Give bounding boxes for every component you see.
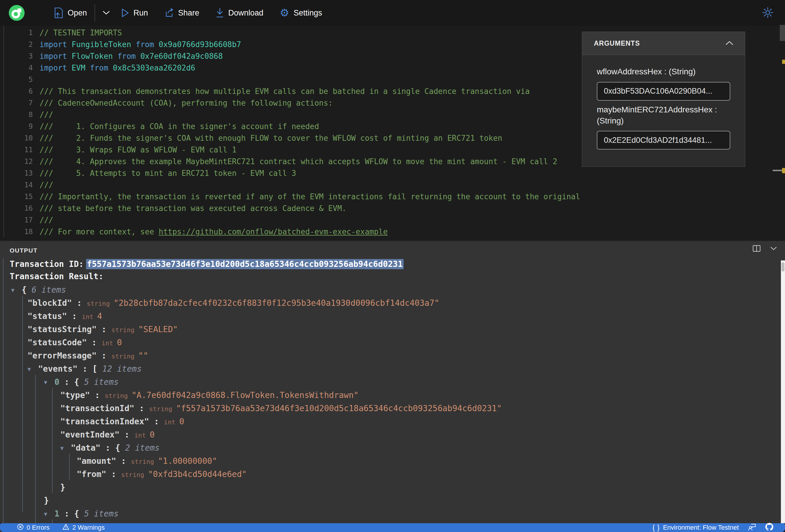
json-punctuation: : [67,311,82,321]
code-line: /// Importantly, the transaction is reve… [40,191,580,203]
code-token: 0x9a0766d93b6608b7 [159,40,241,49]
editor-scrollbar-thumb[interactable] [780,25,785,41]
environment-label: Environment: Flow Testnet [663,524,739,531]
code-line: /// [40,109,580,121]
json-punctuation: : { [59,377,84,387]
split-columns-icon [753,248,760,253]
json-type-label: string [111,353,138,360]
line-number: 11 [0,144,33,156]
code-token[interactable]: https://github.com/onflow/batched-evm-ex… [159,227,388,236]
warnings-count-label: 2 Warnings [72,524,104,531]
errors-count-label: 0 Errors [27,524,49,531]
json-key: "transactionIndex" [60,417,149,426]
arguments-header: ARGUMENTS [582,32,745,55]
flow-logo[interactable] [9,5,25,21]
json-type-label: string [86,300,113,307]
argument-label: maybeMintERC721AddressHex : (String) [597,104,730,126]
line-number: 2 [0,39,33,50]
line-number: 1 [0,27,33,39]
line-number: 14 [0,179,33,191]
json-tree-row: "status" : int 4 [0,310,779,323]
json-punctuation: : [97,351,111,360]
download-button[interactable]: Download [216,8,263,18]
json-tree-row: "type" : string "A.7e60df042a9c0868.Flow… [0,388,779,402]
download-icon [216,8,224,18]
feedback-button[interactable] [748,523,756,532]
output-panel: OUTPUT Transaction ID:f557a1573b76aa53e7… [0,240,785,523]
json-tree: ▼{ 6 items"blockId" : string "2b28cbfb87… [0,283,779,523]
code-token: /// 3. Wraps FLOW as WFLOW - EVM call 1 [40,146,236,154]
code-token: FungibleToken [72,40,136,49]
json-value: "SEALED" [138,325,178,334]
collapse-arrow-icon[interactable]: ▼ [27,362,34,376]
collapse-arrow-icon[interactable]: ▼ [60,441,67,455]
code-line: /// [40,179,580,191]
collapse-arrow-icon[interactable]: ▼ [44,507,51,521]
json-value: 4 [97,311,102,321]
line-number: 10 [0,132,33,144]
warning-mark [782,60,785,64]
braces-icon: { } [652,524,660,532]
open-button[interactable]: Open [54,8,87,18]
json-tree-row: } [0,494,779,507]
output-scrollbar-track[interactable] [781,260,785,523]
code-token: 0x7e60df042a9c0868 [140,52,223,60]
warning-mark [782,168,785,173]
json-punctuation: : [116,456,131,466]
collapse-arrow-icon[interactable]: ▼ [11,283,18,297]
code-line: import FlowToken from 0x7e60df042a9c0868 [40,50,580,62]
line-numbers: 123456789101112131415161718 [0,27,33,237]
play-icon [122,8,129,17]
json-tree-row: "transactionId" : string "f557a1573b76aa… [0,402,779,415]
json-type-label: int [82,313,97,321]
warnings-status[interactable]: 2 Warnings [62,524,104,532]
share-label: Share [178,8,199,18]
json-key: "errorMessage" [27,351,97,360]
collapse-arguments-button[interactable] [726,41,733,46]
run-button[interactable]: Run [122,8,148,18]
share-button[interactable]: Share [164,8,199,18]
collapse-output-button[interactable] [770,247,777,251]
settings-button[interactable]: ⚙ Settings [280,8,322,18]
json-type-label: string [111,326,138,334]
code-token: import [40,52,72,60]
json-item-count: 12 items [102,364,142,374]
open-dropdown-button[interactable] [103,11,110,15]
json-type-label: string [121,471,148,478]
transaction-id-label: Transaction ID: [10,259,84,269]
output-scrollbar-thumb[interactable] [782,262,784,272]
arguments-panel: ARGUMENTS wflowAddressHex : (String) may… [582,32,745,167]
split-view-button[interactable] [753,245,760,253]
run-label: Run [133,8,148,18]
transaction-id-value: f557a1573b76aa53e73d46f3e10d200d5c18a653… [86,259,404,269]
environment-status[interactable]: { } Environment: Flow Testnet [652,524,739,532]
theme-toggle-button[interactable] [762,6,774,20]
errors-status[interactable]: 0 Errors [17,524,49,532]
json-key: "amount" [77,456,116,466]
github-octocat-icon [765,523,773,532]
json-key: "statusString" [27,325,97,334]
json-key: "eventIndex" [60,430,120,439]
json-value: "0xfd3b4cd50d44e6ed" [148,470,247,479]
json-tree-row: ▼1 : { 5 items [0,507,779,520]
json-punctuation: : [120,430,134,439]
json-punctuation: : [72,298,87,308]
json-tree-row: "blockId" : string "2b28cbfb87da2cfec4f0… [0,297,779,310]
code-token: /// [40,181,53,189]
code-token: /// 1. Configures a COA in the signer's … [40,122,319,131]
argument-input-wflow[interactable] [597,82,730,101]
collapse-arrow-icon[interactable]: ▼ [44,376,51,389]
json-punctuation: : [149,417,164,426]
indent-guide [35,375,36,523]
code-line: /// 1. Configures a COA in the signer's … [40,121,580,132]
chevron-down-icon [103,11,110,15]
code-token: /// [40,110,53,119]
json-punctuation: { [22,285,32,295]
json-punctuation: : [134,404,149,413]
argument-input-maybemint[interactable] [597,131,730,150]
json-array-index: 0 [54,377,59,387]
json-tree-row: "statusCode" : int 0 [0,336,779,349]
code-token: FlowToken [72,52,118,60]
line-number: 7 [0,97,33,109]
github-button[interactable] [765,523,773,532]
